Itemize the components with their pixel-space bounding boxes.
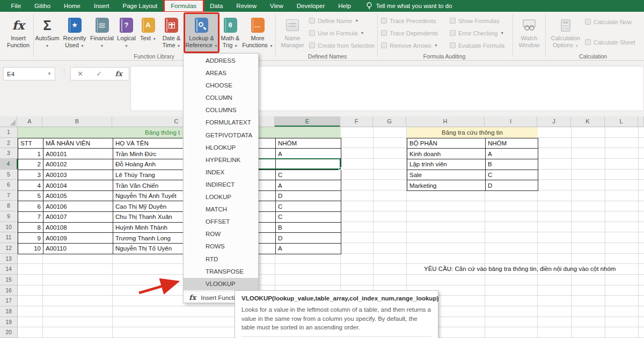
data-cell[interactable]: Marketing [407,180,486,191]
row-header-4[interactable]: 4 [0,159,18,170]
header-cell[interactable]: BỘ PHẬN [407,138,486,149]
column-header-G[interactable]: G [373,116,406,127]
header-cell[interactable]: NHÓM [486,138,538,149]
auditing-evaluate-formula[interactable]: Evaluate Formula [450,41,504,50]
menu-item-choose[interactable]: CHOOSE [184,79,258,92]
row-header-14[interactable]: 14 [0,264,18,275]
column-header-hidden[interactable] [638,116,644,127]
data-cell[interactable]: A00108 [43,223,113,233]
text-button[interactable]: AText ▼ [138,13,158,52]
logical-button[interactable]: ?Logical ▼ [115,13,138,52]
column-header-K[interactable]: K [571,116,605,127]
row-header-8[interactable]: 8 [0,201,18,211]
math-trig-button[interactable]: θMath &Trig ▼ [219,13,241,52]
tell-me-box[interactable]: Tell me what you want to do [357,0,452,12]
data-cell[interactable]: Kinh doanh [407,149,486,159]
row-header-10[interactable]: 10 [0,222,18,233]
row-header-7[interactable]: 7 [0,190,18,201]
recently-used-button[interactable]: ★RecentlyUsed ▼ [60,13,89,52]
insert-function-button[interactable]: fxInsertFunction [3,13,33,52]
name-box-caret-icon[interactable]: ▼ [47,71,52,76]
row-header-15[interactable]: 15 [0,275,18,285]
row-header-9[interactable]: 9 [0,211,18,222]
tab-formulas[interactable]: Formulas [164,0,203,12]
auditing-error-checking[interactable]: Error Checking▼ [450,28,504,38]
tab-help[interactable]: Help [332,0,358,12]
data-cell[interactable]: A00104 [43,180,113,191]
data-cell[interactable]: 8 [18,223,43,233]
data-cell[interactable]: C [276,212,341,223]
lookup-reference-button[interactable]: Lookup &Reference ▼ [185,13,218,52]
row-header-5[interactable]: 5 [0,170,18,180]
data-cell[interactable]: D [486,180,538,191]
tab-review[interactable]: Review [230,0,264,12]
auditing-show-formulas[interactable]: Show Formulas [450,16,499,25]
tab-insert[interactable]: Insert [87,0,116,12]
row-header-6[interactable]: 6 [0,180,18,190]
column-header-B[interactable]: B [42,116,112,127]
menu-item-index[interactable]: INDEX [184,166,258,179]
data-cell[interactable]: 5 [18,191,43,202]
column-header-L[interactable]: L [605,116,638,127]
menu-item-column[interactable]: COLUMN [184,92,258,104]
data-cell[interactable]: A00103 [43,170,113,181]
data-cell[interactable]: A [276,180,341,191]
menu-item-rows[interactable]: ROWS [184,240,258,253]
data-cell[interactable]: C [276,170,341,181]
data-cell[interactable]: D [276,233,341,244]
menu-item-rtd[interactable]: RTD [184,253,258,266]
column-header-A[interactable]: A [17,116,42,127]
auditing-trace-dependents[interactable]: Trace Dependents [381,28,438,38]
data-cell[interactable]: A00102 [43,159,113,170]
more-functions-button[interactable]: …MoreFunctions ▼ [241,13,274,52]
tab-developer[interactable]: Developer [290,0,331,12]
data-cell[interactable]: D [276,191,341,202]
cancel-icon[interactable]: ✕ [77,70,83,78]
menu-item-getpivotdata[interactable]: GETPIVOTDATA [184,129,258,142]
row-header-13[interactable]: 13 [0,254,18,264]
calculation-calculate-sheet[interactable]: Calculate Sheet [585,38,635,47]
data-cell[interactable]: 4 [18,180,43,191]
calculation-options-button[interactable]: CalculationOptions ▼ [551,13,581,52]
data-cell[interactable]: A00109 [43,233,113,244]
row-header-17[interactable]: 17 [0,296,18,306]
column-header-H[interactable]: H [406,116,485,127]
menu-item-columns[interactable]: COLUMNS [184,104,258,116]
menu-item-indirect[interactable]: INDIRECT [184,179,258,191]
menu-item-vlookup[interactable]: VLOOKUP [184,278,258,290]
menu-item-row[interactable]: ROW [184,228,258,240]
data-cell[interactable]: B [276,223,341,233]
data-cell[interactable]: A00106 [43,201,113,212]
data-cell[interactable]: A [276,244,341,254]
enter-icon[interactable]: ✓ [96,70,102,78]
row-header-3[interactable]: 3 [0,148,18,159]
calculation-calculate-now[interactable]: Calculate Now [585,17,632,26]
menu-item-address[interactable]: ADDRESS [184,55,258,67]
data-cell[interactable]: 6 [18,201,43,212]
date-time-button[interactable]: Date &Time ▼ [158,13,185,52]
data-cell[interactable]: Lập trình viên [407,159,486,170]
data-cell[interactable]: A00105 [43,191,113,202]
insert-function-icon[interactable]: fx [115,70,122,78]
financial-button[interactable]: Financial ▼ [89,13,115,52]
data-cell[interactable]: 2 [18,159,43,170]
row-header-12[interactable]: 12 [0,243,18,254]
data-cell[interactable]: B [486,159,538,170]
tab-page-layout[interactable]: Page Layout [116,0,164,12]
autosum-button[interactable]: ΣAutoSum ▼ [35,13,60,52]
menu-item-formulatext[interactable]: FORMULATEXT [184,116,258,129]
row-header-11[interactable]: 11 [0,232,18,243]
menu-item-hyperlink[interactable]: HYPERLINK [184,154,258,166]
name-manager-button[interactable]: NameManager [279,13,306,52]
data-cell[interactable]: 1 [18,149,43,159]
data-cell[interactable]: 7 [18,212,43,223]
name-box[interactable]: E4 ▼ [3,67,55,80]
splitter-dots-icon[interactable]: ⋮ [61,68,67,75]
defined-names-define-name[interactable]: Define Name▼ [309,16,358,25]
data-cell[interactable]: A00101 [43,149,113,159]
column-header-I[interactable]: I [485,116,537,127]
data-cell[interactable]: C [486,170,538,181]
row-header-20[interactable]: 20 [0,327,18,338]
column-header-E[interactable]: E [275,116,340,127]
header-cell[interactable]: STT [18,138,43,149]
